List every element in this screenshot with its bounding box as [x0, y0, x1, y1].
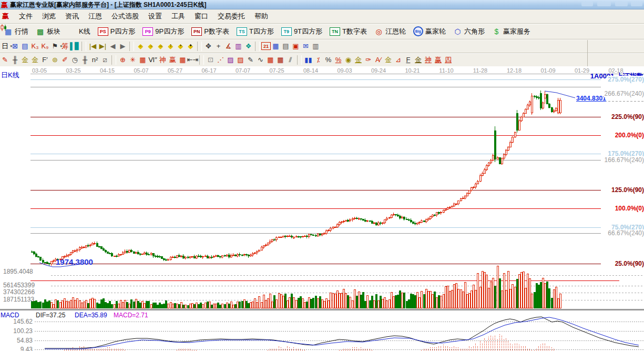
gold-angle-icon[interactable]: 金	[413, 55, 423, 65]
drag-hand-icon[interactable]: ✥	[203, 41, 213, 52]
titlebar-blurred-control[interactable]	[597, 2, 611, 6]
width-measure-icon[interactable]: ⇤⇥	[188, 55, 198, 65]
angle-measure-icon[interactable]: ∡	[223, 41, 233, 52]
grid-123-icon[interactable]: ▦	[178, 55, 188, 65]
kline-9-icon[interactable]: K₉	[40, 41, 50, 52]
prev-bar-icon[interactable]: ◀	[108, 41, 118, 52]
red-grid-2-icon[interactable]: ▦	[265, 55, 275, 65]
blue-histogram-icon[interactable]: ▮▮	[303, 55, 313, 65]
menu-item-window[interactable]: 窗口	[190, 11, 213, 22]
first-page-icon[interactable]: |◀	[88, 41, 98, 52]
percent-line-icon[interactable]: %	[333, 55, 343, 65]
gann-square-grid-icon[interactable]: ▦	[138, 55, 148, 65]
titlebar-blurred-control[interactable]	[581, 2, 593, 6]
pencil-red-icon[interactable]: ✎	[0, 55, 10, 65]
p-number-table-button[interactable]: PNP数字表	[188, 26, 233, 37]
p-square-button[interactable]: PSP四方形	[94, 26, 139, 37]
gold-square-2-icon[interactable]: 金	[30, 55, 40, 65]
titlebar-blurred-control[interactable]	[631, 2, 642, 6]
brush-red-icon[interactable]: ✑	[363, 55, 373, 65]
ying-angle-icon[interactable]: 赢	[433, 55, 443, 65]
gann-diamond-expand-icon[interactable]: ◆✦	[186, 41, 196, 52]
ray-fan-icon[interactable]: ⋰	[216, 55, 226, 65]
menu-item-file[interactable]: 文件	[14, 11, 37, 22]
next-bar-icon[interactable]: ▶	[118, 41, 128, 52]
menu-item-help[interactable]: 帮助	[250, 11, 273, 22]
flag-dropdown-icon[interactable]: ⚑▾	[50, 41, 60, 52]
gann-diamond-h-icon[interactable]: ◆↔	[156, 41, 166, 52]
hexagon-button[interactable]: ⬡六角形	[449, 26, 488, 37]
t-number-table-button[interactable]: TNT数字表	[326, 26, 371, 37]
pane-separator[interactable]	[0, 308, 644, 310]
menu-item-tools[interactable]: 工具	[167, 11, 190, 22]
t-square-button[interactable]: TST四方形	[233, 26, 278, 37]
gann-diamond-cross-icon[interactable]: ◆+	[176, 41, 186, 52]
fence-2-icon[interactable]: ╫	[80, 55, 90, 65]
calendar-icon[interactable]: 21	[261, 42, 271, 50]
gann-diamond-left-icon[interactable]: ◆←	[136, 41, 146, 52]
gold-square-1-icon[interactable]: 金	[20, 55, 30, 65]
info-list-icon[interactable]: ▤	[20, 41, 30, 52]
red-grid-3-icon[interactable]: ▦	[275, 55, 285, 65]
red-grid-icon[interactable]: ▨	[236, 55, 246, 65]
parallel-lines-icon[interactable]: ⫽	[285, 55, 295, 65]
angle-line-icon[interactable]: ⊿	[393, 55, 403, 65]
last-page-icon[interactable]: ▶|	[98, 41, 108, 52]
pencil-2-icon[interactable]: ✐	[60, 55, 70, 65]
menu-item-trade-entrust[interactable]: 交易委托	[213, 11, 250, 22]
gann-wheel-button[interactable]: ◎江恩轮	[371, 26, 410, 37]
menu-item-browse[interactable]: 浏览	[37, 11, 60, 22]
gold-circle-icon[interactable]: ◉	[343, 55, 353, 65]
send-mail-icon[interactable]: ✉	[301, 41, 311, 52]
n-square-icon[interactable]: n²	[90, 55, 100, 65]
gann-circle-icon[interactable]: ⊕	[118, 55, 128, 65]
menu-item-settings[interactable]: 设置	[144, 11, 167, 22]
f-angle-icon[interactable]: F	[403, 55, 413, 65]
kline-button[interactable]: K线	[64, 26, 94, 37]
f-line-icon[interactable]: F′	[40, 55, 50, 65]
menu-item-gann[interactable]: 江恩	[84, 11, 107, 22]
gold-slash-icon[interactable]: 金	[383, 55, 393, 65]
period-day-dropdown-icon[interactable]: 日▾	[0, 41, 10, 52]
sectors-button[interactable]: ▩板块	[32, 26, 64, 37]
gann-star-icon[interactable]: ✳	[128, 55, 138, 65]
trend-pen-icon[interactable]: ✎	[246, 55, 255, 65]
gold-line-icon[interactable]: 金	[353, 55, 363, 65]
shen-angle-icon[interactable]: 神	[423, 55, 433, 65]
si-angle-icon[interactable]: 四	[443, 55, 453, 65]
gann-diamond-v-icon[interactable]: ◆↕	[166, 41, 176, 52]
volume-profile-icon[interactable]: ▌▊	[70, 41, 80, 52]
titlebar-blurred-control[interactable]	[615, 2, 628, 6]
9t-square-button[interactable]: T99T四方形	[278, 26, 326, 37]
window-overlay-icon[interactable]: ⊠	[10, 41, 20, 52]
gann-diamond-right-icon[interactable]: ◆→	[146, 41, 156, 52]
gann-tool-purple-icon[interactable]: ▥	[233, 41, 243, 52]
winner-service-button[interactable]: $赢家服务	[488, 26, 534, 37]
percent-slash-icon[interactable]: ⁒	[313, 55, 323, 65]
ying-tool-icon[interactable]: 赢	[168, 55, 178, 65]
gann-tool-teal-icon[interactable]: ❖	[243, 41, 253, 52]
box-tool-icon[interactable]: ⊡	[206, 55, 216, 65]
percent-icon[interactable]: %	[323, 55, 333, 65]
kline-3-icon[interactable]: K₃	[30, 41, 40, 52]
time-cycle-icon[interactable]: ◷	[70, 55, 80, 65]
print-icon[interactable]: ▥	[311, 41, 321, 52]
winner-wheel-button[interactable]: Big赢家轮	[410, 25, 449, 37]
9p-square-button[interactable]: P99P四方形	[139, 26, 188, 37]
menu-item-news[interactable]: 资讯	[60, 11, 84, 22]
zigzag-icon[interactable]: ∿	[255, 55, 265, 65]
notebook-icon[interactable]: ▤	[281, 41, 291, 52]
purple-grid-icon[interactable]: ▨	[226, 55, 236, 65]
spiral-icon[interactable]: ⊚	[50, 55, 60, 65]
shen-tool-icon[interactable]: 神	[158, 55, 168, 65]
crosshair-icon[interactable]: +	[213, 41, 223, 52]
quotes-button[interactable]: ▦行情	[0, 26, 32, 37]
a-slash-icon[interactable]: A∕	[373, 55, 383, 65]
calculator-icon[interactable]: ▦	[271, 41, 281, 52]
gann-fence-icon[interactable]: ╫	[10, 55, 20, 65]
chip-distribution-icon[interactable]: 筹	[60, 41, 70, 52]
mirror-fan-icon[interactable]: ⧄	[100, 55, 110, 65]
save-icon[interactable]: ▣	[291, 41, 301, 52]
menu-item-formula-stock-pick[interactable]: 公式选股	[107, 11, 144, 22]
wave-marks-icon[interactable]: Ⅵ″	[148, 55, 158, 65]
